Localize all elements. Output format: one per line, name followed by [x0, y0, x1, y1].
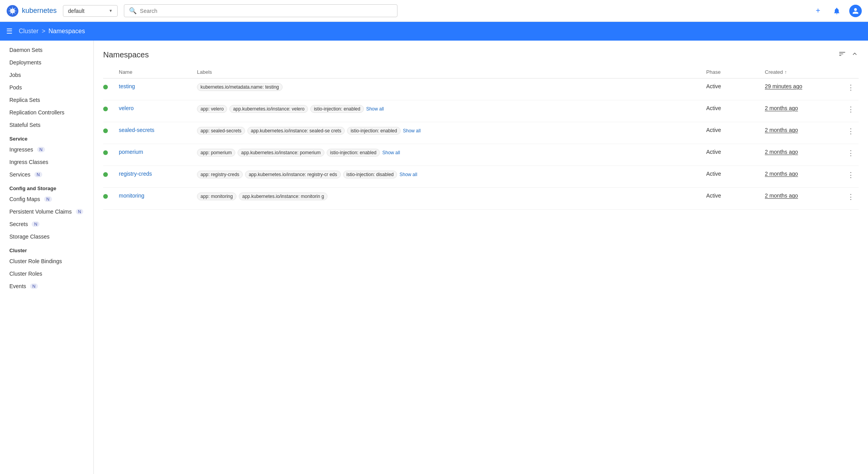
- sidebar-item-pvc[interactable]: Persistent Volume Claims N: [0, 205, 93, 218]
- label-chip: app: registry-creds: [197, 171, 243, 178]
- created-cell: 2 months ago: [765, 149, 843, 155]
- show-all-button[interactable]: Show all: [403, 128, 421, 134]
- row-actions: ⋮: [843, 105, 859, 114]
- sidebar-item-cluster-roles[interactable]: Cluster Roles: [0, 267, 93, 280]
- page-title: Namespaces: [103, 50, 838, 59]
- namespace-link-testing[interactable]: testing: [119, 83, 135, 89]
- config-maps-badge: N: [44, 196, 52, 202]
- search-bar[interactable]: 🔍: [124, 4, 397, 17]
- label-chip: app.kubernetes.io/instance: pomerium: [238, 149, 324, 157]
- chevron-down-icon: ▼: [109, 9, 113, 13]
- more-options-button[interactable]: ⋮: [843, 149, 859, 157]
- sort-icon: ↑: [784, 69, 787, 75]
- sidebar-item-daemon-sets[interactable]: Daemon Sets: [0, 44, 93, 56]
- more-options-button[interactable]: ⋮: [843, 83, 859, 92]
- notifications-button[interactable]: [830, 5, 843, 17]
- show-all-button[interactable]: Show all: [366, 106, 384, 112]
- created-cell: 2 months ago: [765, 171, 843, 177]
- namespace-name: registry-creds: [119, 171, 197, 177]
- pvc-badge: N: [76, 209, 84, 214]
- filter-icon[interactable]: [838, 50, 846, 60]
- label-chip: istio-injection: enabled: [347, 127, 401, 135]
- label-chip: app.kubernetes.io/instance: monitorin g: [239, 192, 328, 200]
- namespaces-table: Name Labels Phase Created ↑ testing kube…: [103, 66, 859, 210]
- more-options-button[interactable]: ⋮: [843, 171, 859, 179]
- status-indicator: [103, 105, 119, 111]
- label-chip: app: pomerium: [197, 149, 235, 157]
- breadcrumb-bar: ☰ Cluster > Namespaces: [0, 22, 868, 41]
- namespace-name: testing: [119, 83, 197, 89]
- user-avatar[interactable]: [849, 5, 862, 17]
- namespace-name: sealed-secrets: [119, 127, 197, 133]
- labels-cell: app: monitoring app.kubernetes.io/instan…: [197, 192, 706, 200]
- sidebar-item-services[interactable]: Services N: [0, 168, 93, 181]
- namespace-selector[interactable]: default ▼: [63, 5, 118, 17]
- table-header: Name Labels Phase Created ↑: [103, 66, 859, 78]
- sidebar-section-cluster: Cluster: [0, 243, 93, 255]
- menu-icon[interactable]: ☰: [6, 27, 13, 36]
- content-area: Namespaces Name Labels: [94, 41, 868, 474]
- created-cell: 2 months ago: [765, 192, 843, 199]
- sidebar-item-ingresses[interactable]: Ingresses N: [0, 143, 93, 156]
- labels-cell: kubernetes.io/metadata.name: testing: [197, 83, 706, 91]
- sidebar-item-cluster-role-bindings[interactable]: Cluster Role Bindings: [0, 255, 93, 267]
- status-indicator: [103, 149, 119, 155]
- breadcrumb-parent[interactable]: Cluster: [19, 28, 39, 35]
- sidebar-item-stateful-sets[interactable]: Stateful Sets: [0, 119, 93, 131]
- col-actions: [843, 69, 859, 75]
- sidebar-item-storage-classes[interactable]: Storage Classes: [0, 230, 93, 243]
- col-phase: Phase: [706, 69, 765, 75]
- sidebar-item-replication-controllers[interactable]: Replication Controllers: [0, 106, 93, 119]
- status-indicator: [103, 192, 119, 199]
- sidebar-item-pods[interactable]: Pods: [0, 81, 93, 94]
- sidebar: Daemon Sets Deployments Jobs Pods Replic…: [0, 41, 94, 474]
- sidebar-item-secrets[interactable]: Secrets N: [0, 218, 93, 230]
- namespace-link-monitoring[interactable]: monitoring: [119, 192, 144, 199]
- namespace-link-velero[interactable]: velero: [119, 105, 134, 111]
- created-cell: 29 minutes ago: [765, 83, 843, 89]
- label-chip: istio-injection: enabled: [327, 149, 380, 157]
- row-actions: ⋮: [843, 192, 859, 201]
- collapse-icon[interactable]: [851, 50, 859, 60]
- table-row: velero app: velero app.kubernetes.io/ins…: [103, 100, 859, 122]
- status-indicator: [103, 127, 119, 133]
- ingresses-badge: N: [37, 147, 45, 152]
- sidebar-item-ingress-classes[interactable]: Ingress Classes: [0, 156, 93, 168]
- phase-cell: Active: [706, 127, 765, 133]
- sidebar-item-deployments[interactable]: Deployments: [0, 56, 93, 69]
- sidebar-item-replica-sets[interactable]: Replica Sets: [0, 94, 93, 106]
- col-status: [103, 69, 119, 75]
- top-nav: kubernetes default ▼ 🔍 +: [0, 0, 868, 22]
- table-row: testing kubernetes.io/metadata.name: tes…: [103, 78, 859, 100]
- show-all-button[interactable]: Show all: [399, 172, 417, 177]
- label-chip: app: sealed-secrets: [197, 127, 245, 135]
- services-badge: N: [34, 172, 42, 177]
- sidebar-item-events[interactable]: Events N: [0, 280, 93, 292]
- label-chip: istio-injection: disabled: [343, 171, 397, 178]
- sidebar-item-jobs[interactable]: Jobs: [0, 69, 93, 81]
- table-row: monitoring app: monitoring app.kubernete…: [103, 188, 859, 210]
- table-row: registry-creds app: registry-creds app.k…: [103, 166, 859, 188]
- label-chip: kubernetes.io/metadata.name: testing: [197, 83, 283, 91]
- search-input[interactable]: [140, 8, 392, 14]
- row-actions: ⋮: [843, 83, 859, 92]
- namespace-link-sealed-secrets[interactable]: sealed-secrets: [119, 127, 154, 133]
- created-cell: 2 months ago: [765, 105, 843, 111]
- namespace-link-pomerium[interactable]: pomerium: [119, 149, 143, 155]
- label-chip: app.kubernetes.io/instance: sealed-se cr…: [247, 127, 345, 135]
- more-options-button[interactable]: ⋮: [843, 192, 859, 201]
- col-created[interactable]: Created ↑: [765, 69, 843, 75]
- phase-cell: Active: [706, 171, 765, 177]
- phase-cell: Active: [706, 192, 765, 199]
- more-options-button[interactable]: ⋮: [843, 127, 859, 135]
- events-badge: N: [30, 283, 38, 289]
- label-chip: app.kubernetes.io/instance: registry-cr …: [245, 171, 340, 178]
- sidebar-item-config-maps[interactable]: Config Maps N: [0, 193, 93, 205]
- namespace-link-registry-creds[interactable]: registry-creds: [119, 171, 152, 177]
- app-logo[interactable]: kubernetes: [6, 5, 57, 17]
- show-all-button[interactable]: Show all: [382, 150, 400, 155]
- col-labels: Labels: [197, 69, 706, 75]
- row-actions: ⋮: [843, 149, 859, 157]
- more-options-button[interactable]: ⋮: [843, 105, 859, 114]
- add-button[interactable]: +: [812, 5, 824, 17]
